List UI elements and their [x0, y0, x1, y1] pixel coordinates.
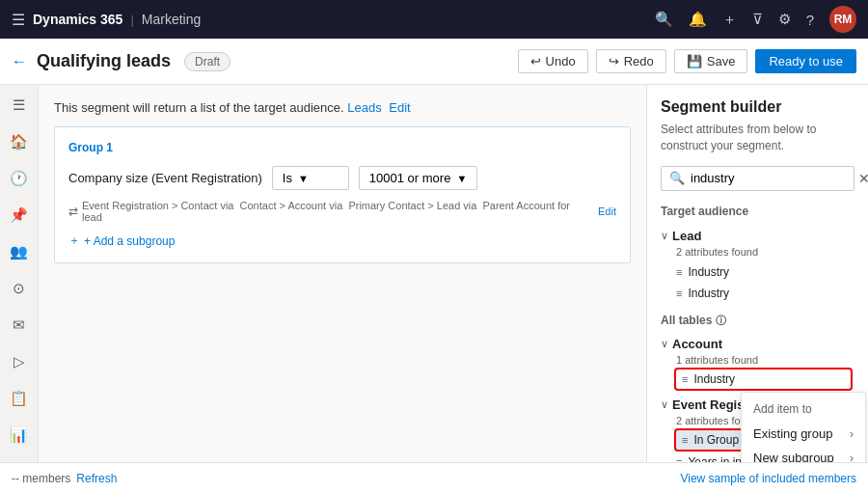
sidebar-home-icon[interactable]: 🏠	[6, 129, 32, 154]
sidebar-analytics-icon[interactable]: 📊	[6, 423, 32, 448]
sidebar-menu-icon[interactable]: ☰	[9, 93, 29, 118]
undo-button[interactable]: ↩ Undo	[518, 49, 588, 73]
sidebar-contacts-icon[interactable]: 👥	[6, 239, 32, 264]
members-count: -- members	[12, 472, 70, 485]
lead-section-name: Lead	[672, 229, 701, 243]
edit-audience-link[interactable]: Edit	[389, 100, 410, 115]
help-icon[interactable]: ?	[806, 12, 814, 28]
event-reg-chevron-icon: ∨	[661, 398, 668, 411]
info-icon: ⓘ	[716, 314, 726, 328]
nav-divider: |	[130, 13, 133, 27]
attr-icon-1: ≡	[676, 266, 682, 278]
filter-icon[interactable]: ⊽	[752, 11, 763, 28]
audience-link[interactable]: Leads	[347, 100, 381, 115]
sidebar-events-icon[interactable]: ▷	[10, 349, 29, 374]
target-audience-label: Target audience	[661, 205, 854, 218]
add-icon: ＋	[68, 233, 80, 249]
lead-count: 2 attributes found	[661, 246, 854, 258]
refresh-link[interactable]: Refresh	[76, 472, 117, 485]
sidebar-pin-icon[interactable]: 📌	[6, 203, 32, 228]
segment-builder-panel: Segment builder Select attributes from b…	[646, 85, 868, 462]
value-chevron-icon: ▼	[456, 173, 467, 184]
bell-icon[interactable]: 🔔	[689, 11, 707, 28]
second-bar: ← Qualifying leads Draft ↩ Undo ↪ Redo 💾…	[0, 39, 868, 85]
account-chevron-icon: ∨	[661, 338, 668, 350]
new-subgroup-chevron-icon: ›	[850, 452, 854, 463]
bottom-bar: -- members Refresh View sample of includ…	[0, 462, 868, 493]
condition-field: Company size (Event Registration)	[68, 171, 262, 185]
sidebar-segments-icon[interactable]: ⊙	[9, 276, 29, 301]
search-box-icon: 🔍	[669, 171, 685, 185]
path-edit-link[interactable]: Edit	[598, 205, 616, 217]
top-nav: ☰ Dynamics 365 | Marketing 🔍 🔔 ＋ ⊽ ⚙ ? R…	[0, 0, 868, 39]
search-icon[interactable]: 🔍	[655, 11, 673, 28]
avatar[interactable]: RM	[829, 6, 856, 33]
condition-value[interactable]: 10001 or more ▼	[359, 166, 477, 190]
save-button[interactable]: 💾 Save	[674, 49, 748, 73]
app-title: Dynamics 365	[33, 12, 122, 27]
left-sidebar: ☰ 🏠 🕐 📌 👥 ⊙ ✉ ▷ 📋 📊 📚 ⚙ ↻	[0, 85, 39, 462]
view-sample-link[interactable]: View sample of included members	[680, 472, 856, 485]
account-industry[interactable]: ≡ Industry	[676, 370, 851, 389]
lead-industry-1[interactable]: ≡ Industry	[661, 261, 854, 283]
sidebar-email-icon[interactable]: ✉	[9, 313, 29, 338]
path-text: Event Registration > Contact via Contact…	[82, 200, 590, 223]
condition-row: Company size (Event Registration) Is ▼ 1…	[68, 166, 616, 190]
module-name: Marketing	[142, 12, 201, 27]
section-lead[interactable]: ∨ Lead	[661, 226, 854, 246]
panel-title: Segment builder	[661, 98, 854, 116]
condition-operator[interactable]: Is ▼	[272, 166, 349, 190]
add-subgroup-button[interactable]: ＋ + Add a subgroup	[68, 233, 616, 249]
group-label: Group 1	[68, 141, 616, 154]
ready-to-use-button[interactable]: Ready to use	[755, 49, 856, 73]
panel-desc: Select attributes from below to construc…	[661, 122, 854, 154]
account-section-name: Account	[672, 337, 722, 351]
undo-icon: ↩	[530, 54, 541, 68]
group-box: Group 1 Company size (Event Registration…	[54, 126, 631, 263]
section-account[interactable]: ∨ Account	[661, 334, 854, 354]
attr-icon-4: ≡	[682, 434, 688, 446]
path-icon: ⇄	[68, 205, 78, 218]
sidebar-forms-icon[interactable]: 📋	[6, 386, 32, 411]
lead-industry-2[interactable]: ≡ Industry	[661, 283, 854, 304]
content-area: This segment will return a list of the t…	[39, 85, 646, 462]
all-tables-label: All tables ⓘ	[661, 314, 854, 328]
hamburger-icon[interactable]: ☰	[12, 11, 25, 29]
back-button[interactable]: ←	[12, 53, 27, 70]
page-title: Qualifying leads	[37, 51, 171, 71]
existing-group-chevron-icon: ›	[850, 427, 854, 441]
attr-icon-3: ≡	[682, 373, 688, 385]
operator-chevron-icon: ▼	[298, 173, 309, 184]
new-subgroup-option[interactable]: New subgroup ›	[742, 446, 865, 462]
attr-icon-2: ≡	[676, 288, 682, 299]
redo-button[interactable]: ↪ Redo	[596, 49, 666, 73]
context-menu: Add item to Existing group › New subgrou…	[741, 392, 866, 462]
account-count: 1 attributes found	[661, 354, 854, 366]
search-box: 🔍 ✕	[661, 166, 854, 191]
lead-chevron-icon: ∨	[661, 230, 668, 242]
search-clear-icon[interactable]: ✕	[858, 171, 868, 186]
save-icon: 💾	[687, 54, 702, 68]
sidebar-recent-icon[interactable]: 🕐	[6, 166, 32, 191]
settings-icon[interactable]: ⚙	[778, 11, 791, 28]
context-menu-title: Add item to	[742, 398, 865, 422]
existing-group-option[interactable]: Existing group ›	[742, 422, 865, 446]
plus-icon[interactable]: ＋	[722, 11, 737, 29]
status-badge: Draft	[184, 52, 231, 71]
path-row: ⇄ Event Registration > Contact via Conta…	[68, 200, 616, 223]
info-bar: This segment will return a list of the t…	[54, 100, 631, 115]
redo-icon: ↪	[609, 54, 619, 68]
search-input[interactable]	[691, 171, 853, 185]
